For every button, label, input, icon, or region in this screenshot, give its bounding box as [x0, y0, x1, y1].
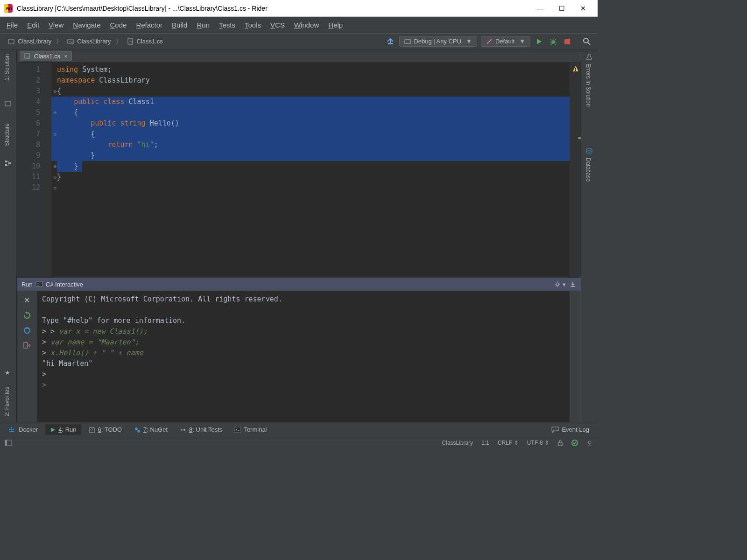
menu-code[interactable]: Code [106, 19, 131, 31]
toolstrip-run[interactable]: 4: Run [45, 424, 81, 435]
svg-rect-28 [9, 429, 10, 430]
docker-icon [8, 427, 16, 433]
status-caret[interactable]: 1:1 [481, 440, 489, 446]
tool-errors[interactable]: Errors In Solution [585, 63, 592, 107]
svg-point-33 [135, 427, 138, 430]
gear-icon[interactable] [554, 281, 561, 287]
run-config-dropdown[interactable]: Default ▼ [481, 36, 530, 47]
toolstrip-docker[interactable]: Docker [4, 424, 42, 435]
menu-navigate[interactable]: Navigate [69, 19, 104, 31]
menu-vcs[interactable]: VCS [267, 19, 289, 31]
editor-tab[interactable]: C# Class1.cs × [20, 51, 72, 61]
window-titlebar: RD ClassLibrary [C:\Users\maart\Desktop\… [0, 0, 598, 17]
svg-rect-40 [558, 442, 562, 446]
status-bar: ClassLibrary 1:1 CRLF ⇕ UTF-8 ⇕ [0, 437, 598, 448]
minimize-button[interactable]: — [529, 0, 551, 17]
todo-icon [89, 427, 95, 433]
right-tool-rail: Errors In Solution Database [581, 49, 598, 422]
crumb-solution[interactable]: ClassLibrary [5, 37, 54, 46]
crumb-file[interactable]: C# Class1.cs [124, 37, 166, 46]
reset-icon[interactable] [23, 326, 31, 335]
svg-rect-21 [575, 70, 576, 71]
rerun-icon[interactable] [23, 311, 31, 320]
svg-rect-39 [5, 440, 7, 446]
build-config-dropdown[interactable]: Debug | Any CPU ▼ [399, 36, 477, 47]
crumb-project[interactable]: C# ClassLibrary [64, 37, 113, 46]
maximize-button[interactable]: ☐ [551, 0, 572, 17]
svg-point-13 [584, 38, 588, 43]
close-icon[interactable]: ✕ [24, 296, 30, 305]
svg-point-42 [588, 441, 591, 444]
menu-edit[interactable]: Edit [23, 19, 43, 31]
svg-text:C#: C# [129, 41, 133, 44]
menu-view[interactable]: View [45, 19, 67, 31]
menu-tests[interactable]: Tests [215, 19, 239, 31]
structure-icon [4, 160, 12, 167]
svg-rect-20 [575, 68, 576, 70]
toolstrip-nuget[interactable]: 7: NuGet [129, 424, 172, 435]
svg-point-36 [183, 429, 185, 431]
star-icon: ★ [5, 369, 10, 376]
menu-build[interactable]: Build [168, 19, 191, 31]
svg-rect-9 [405, 40, 410, 43]
build-icon[interactable] [385, 36, 395, 47]
lock-icon[interactable] [557, 440, 563, 446]
svg-rect-12 [564, 39, 570, 44]
editor-tabs: C# Class1.cs × [17, 49, 581, 63]
svg-point-35 [181, 429, 183, 431]
menu-bar: FileEditViewNavigateCodeRefactorBuildRun… [0, 17, 598, 34]
exit-icon[interactable] [23, 341, 31, 350]
menu-run[interactable]: Run [193, 19, 213, 31]
event-log[interactable]: Event Log [547, 424, 594, 435]
status-context[interactable]: ClassLibrary [442, 440, 473, 446]
svg-rect-31 [11, 427, 12, 428]
run-icon[interactable] [534, 36, 544, 47]
hector-icon[interactable] [586, 440, 593, 446]
svg-rect-26 [24, 343, 28, 348]
run-output[interactable]: Copyright (C) Microsoft Corporation. All… [37, 291, 570, 422]
tool-solution[interactable]: 1: Solution [4, 54, 10, 81]
main-toolbar: ClassLibrary 〉 C# ClassLibrary 〉 C# Clas… [0, 34, 598, 49]
toolstrip-todo[interactable]: 6: TODO [84, 424, 127, 435]
menu-refactor[interactable]: Refactor [132, 19, 166, 31]
menu-help[interactable]: Help [324, 19, 346, 31]
search-icon[interactable] [582, 36, 592, 47]
toolstrip-unittests[interactable]: 8: Unit Tests [175, 424, 227, 435]
line-gutter: 123456789101112 [17, 63, 51, 277]
inspector-icon[interactable] [571, 440, 578, 446]
tests-icon [180, 427, 186, 433]
close-button[interactable]: ✕ [572, 0, 594, 17]
tool-favorites[interactable]: 2: Favorites [4, 387, 10, 416]
svg-point-34 [137, 430, 140, 433]
speech-icon [551, 427, 559, 433]
toolstrip-terminal[interactable]: Terminal [230, 424, 271, 435]
menu-tools[interactable]: Tools [241, 19, 265, 31]
svg-rect-16 [5, 164, 7, 166]
svg-text:RD: RD [6, 7, 12, 11]
dropdown-icon[interactable]: ▾ [563, 281, 566, 288]
svg-point-25 [24, 328, 30, 333]
tool-structure[interactable]: Structure [4, 123, 10, 146]
status-eol[interactable]: CRLF ⇕ [498, 440, 519, 446]
app-icon: RD [4, 4, 13, 13]
run-panel-header: Run C# C# Interactive ▾ [17, 277, 581, 291]
menu-window[interactable]: Window [290, 19, 323, 31]
menu-file[interactable]: File [3, 19, 21, 31]
svg-rect-29 [11, 429, 12, 430]
breadcrumb: ClassLibrary 〉 C# ClassLibrary 〉 C# Clas… [0, 37, 166, 46]
code-editor[interactable]: 123456789101112 ⊖⊖⊖⊖⊖⊖ using System;name… [17, 63, 581, 277]
status-encoding[interactable]: UTF-8 ⇕ [527, 440, 549, 446]
stop-icon[interactable] [562, 36, 572, 47]
database-icon [585, 147, 593, 155]
warning-icon[interactable] [572, 65, 579, 72]
debug-icon[interactable] [548, 36, 558, 47]
download-icon[interactable] [570, 281, 576, 287]
run-title: Run [21, 281, 33, 288]
tool-database[interactable]: Database [585, 158, 592, 182]
svg-text:C#: C# [69, 41, 73, 44]
run-tab-icon: C# [35, 280, 43, 288]
close-tab-icon[interactable]: × [64, 53, 68, 60]
left-tool-rail: 1: Solution Structure 2: Favorites ★ [0, 49, 17, 422]
toolwindows-icon[interactable] [5, 439, 12, 447]
run-panel-title[interactable]: C# Interactive [46, 281, 83, 288]
